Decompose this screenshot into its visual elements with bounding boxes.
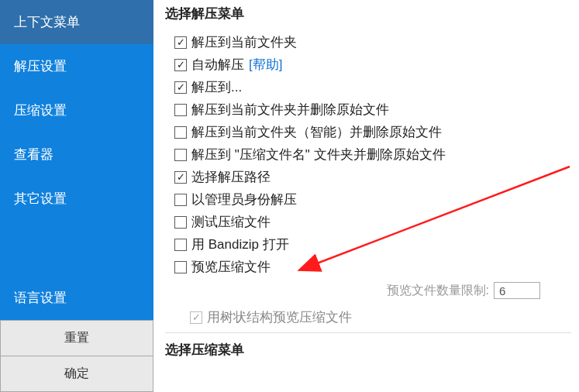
sidebar-item-viewer[interactable]: 查看器	[0, 132, 153, 177]
preview-limit-row: 预览文件数量限制:	[174, 282, 540, 299]
cb-label: 解压到当前文件夹	[191, 33, 297, 51]
preview-limit-label: 预览文件数量限制:	[387, 283, 489, 299]
cb-label: 预览压缩文件	[191, 258, 271, 276]
cb-row-admin-extract[interactable]: 以管理员身份解压	[174, 191, 571, 208]
checkbox-icon[interactable]	[174, 171, 187, 184]
cb-row-auto-extract[interactable]: 自动解压 [帮助]	[174, 56, 571, 74]
cb-row-test-archive[interactable]: 测试压缩文件	[174, 213, 571, 231]
cb-label: 选择解压路径	[191, 168, 271, 186]
cb-row-preview-archive[interactable]: 预览压缩文件	[174, 258, 571, 276]
reset-button[interactable]: 重置	[0, 320, 153, 356]
cb-row-choose-path[interactable]: 选择解压路径	[174, 168, 571, 186]
checkbox-icon[interactable]	[174, 36, 187, 49]
cb-row-open-bandizip[interactable]: 用 Bandizip 打开	[174, 236, 571, 253]
section-divider	[165, 332, 571, 333]
checkbox-icon[interactable]	[174, 194, 187, 206]
checkbox-icon	[190, 311, 202, 324]
sidebar-item-language[interactable]: 语言设置	[0, 276, 153, 320]
cb-label: 用 Bandizip 打开	[191, 236, 289, 253]
checkbox-icon[interactable]	[174, 216, 187, 229]
checkbox-icon[interactable]	[174, 81, 187, 94]
checkbox-icon[interactable]	[174, 239, 187, 251]
cb-label: 自动解压	[191, 56, 244, 74]
checkbox-list: 解压到当前文件夹 自动解压 [帮助] 解压到... 解压到当前文件夹并删除原始文…	[165, 33, 571, 326]
sidebar-item-compress-settings[interactable]: 压缩设置	[0, 88, 153, 132]
checkbox-icon[interactable]	[174, 59, 187, 71]
cb-label: 解压到当前文件夹（智能）并删除原始文件	[191, 123, 442, 141]
sidebar-bottom: 重置 确定	[0, 320, 153, 392]
help-link[interactable]: [帮助]	[249, 56, 282, 74]
cb-label: 测试压缩文件	[191, 213, 271, 231]
sidebar-item-extract-settings[interactable]: 解压设置	[0, 44, 153, 88]
cb-row-extract-delete[interactable]: 解压到当前文件夹并删除原始文件	[174, 101, 571, 119]
cb-label: 以管理员身份解压	[191, 191, 297, 208]
checkbox-icon[interactable]	[174, 261, 187, 273]
cb-row-extract-here[interactable]: 解压到当前文件夹	[174, 33, 571, 51]
cb-label: 解压到...	[191, 78, 242, 96]
cb-row-tree-preview: 用树状结构预览压缩文件	[174, 308, 571, 326]
cb-label: 解压到当前文件夹并删除原始文件	[191, 101, 389, 119]
sidebar: 上下文菜单 解压设置 压缩设置 查看器 其它设置 语言设置 重置 确定	[0, 0, 153, 392]
sidebar-item-context-menu[interactable]: 上下文菜单	[0, 0, 153, 44]
cb-row-extract-folder-delete[interactable]: 解压到 "压缩文件名" 文件夹并删除原始文件	[174, 146, 571, 163]
preview-limit-input[interactable]	[494, 282, 540, 299]
cb-label: 用树状结构预览压缩文件	[207, 308, 352, 326]
ok-button[interactable]: 确定	[0, 356, 153, 392]
cb-row-extract-to[interactable]: 解压到...	[174, 78, 571, 96]
checkbox-icon[interactable]	[174, 126, 187, 139]
cb-row-extract-smart-delete[interactable]: 解压到当前文件夹（智能）并删除原始文件	[174, 123, 571, 141]
sidebar-item-other-settings[interactable]: 其它设置	[0, 177, 153, 221]
main-panel: 选择解压菜单 解压到当前文件夹 自动解压 [帮助] 解压到... 解压到当前文件…	[153, 0, 579, 392]
checkbox-icon[interactable]	[174, 104, 187, 116]
compress-menu-title: 选择压缩菜单	[165, 341, 571, 359]
cb-label: 解压到 "压缩文件名" 文件夹并删除原始文件	[191, 146, 446, 163]
extract-menu-title: 选择解压菜单	[165, 5, 571, 22]
checkbox-icon[interactable]	[174, 149, 187, 161]
